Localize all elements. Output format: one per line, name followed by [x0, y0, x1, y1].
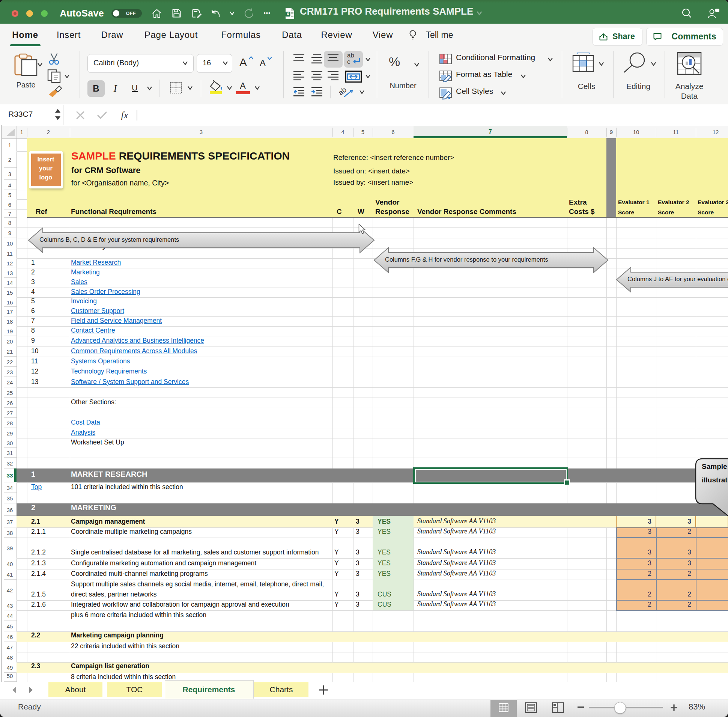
- svg-text:X: X: [287, 12, 290, 16]
- svg-text:%: %: [389, 55, 400, 69]
- svg-text:c: c: [347, 58, 350, 65]
